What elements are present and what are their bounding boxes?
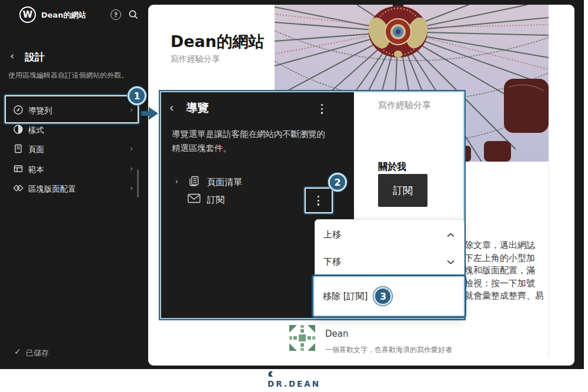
author-bio: 一個喜歡文字，也喜歡海浪的寫作愛好者 [325, 345, 452, 355]
brand-label: DR.DEAN [268, 379, 320, 388]
search-icon[interactable] [128, 9, 139, 23]
brand-watermark: DR.DEAN [268, 370, 320, 388]
move-down-label: 下移 [323, 256, 341, 267]
preview-site-tagline: 寫作經驗分享 [171, 54, 220, 65]
chevron-down-icon [447, 256, 455, 267]
check-icon: ✓ [14, 347, 21, 356]
preview-column-heading: 寫作經驗分享 [378, 100, 431, 111]
design-title: 設計 [25, 51, 45, 64]
clipped-line: 除文章，邁出網誌 [465, 239, 549, 252]
chevron-right-icon: › [130, 184, 133, 192]
site-name: Dean的網站 [41, 10, 86, 21]
clipped-line: 檢視：按一下加號 [465, 277, 549, 290]
step1-arrow-icon [141, 107, 159, 122]
step1-badge: 1 [128, 86, 146, 105]
menu-item-subscribe[interactable]: 訂閱 [207, 195, 225, 206]
design-description: 使用區塊編輯器自訂這個網站的外觀。 [8, 71, 128, 81]
pages-icon [13, 143, 24, 156]
clipped-line: 塊和版面配置，滿 [465, 264, 549, 277]
step1-highlight-box [5, 95, 139, 123]
saved-status: 已儲存 [26, 348, 49, 359]
clipped-line: 下左上角的小型加 [465, 252, 549, 265]
sidebar-scrollbar[interactable] [137, 169, 139, 197]
templates-icon [13, 163, 24, 176]
menu-item-remove-subscribe[interactable]: 移除 [訂閱] 3 [313, 276, 465, 316]
site-preview-canvas: Dean的網站 寫作經驗分享 [148, 5, 574, 366]
menu-item-page-list[interactable]: 頁面清單 [207, 177, 242, 188]
menu-item-move-up[interactable]: 上移 [315, 221, 464, 248]
subscribe-button[interactable]: 訂閱 [378, 174, 427, 207]
sidebar-item-styles[interactable]: 樣式 [28, 125, 44, 136]
chevron-right-icon: › [130, 165, 133, 172]
remove-label: 移除 [訂閱] [323, 291, 368, 302]
about-heading: 關於我 [378, 161, 406, 173]
patterns-icon [13, 183, 24, 196]
styles-icon [13, 124, 24, 137]
clipped-paragraph: 除文章，邁出網誌 下左上角的小型加 塊和版面配置，滿 檢視：按一下加號 就會彙整… [465, 239, 549, 303]
step2-badge: 2 [328, 173, 347, 192]
author-name: Dean [325, 329, 348, 339]
preview-site-title: Dean的網站 [171, 31, 264, 52]
seahorse-icon [268, 370, 275, 379]
sidebar-item-templates[interactable]: 範本 [28, 165, 44, 175]
author-avatar [289, 325, 315, 351]
move-up-label: 上移 [323, 229, 341, 240]
site-editor-window: W Dean的網站 ? ‹ 設計 使用區塊編輯器自訂這個網站的外觀。 導覽列 ›… [0, 0, 584, 369]
step3-badge: 3 [373, 287, 392, 306]
chevron-up-icon [447, 229, 455, 240]
panel-description: 導覽選單是讓訪客能在網站內不斷瀏覽的 精選區塊套件。 [172, 127, 342, 155]
wordpress-logo-icon[interactable]: W [19, 6, 36, 23]
mail-icon [188, 193, 201, 206]
menu-item-move-down[interactable]: 下移 [315, 248, 464, 275]
page-list-icon [188, 175, 200, 189]
panel-title: 導覽 [186, 100, 209, 116]
clipped-line: 就會彙整成整齊、易 [465, 290, 549, 303]
chevron-right-icon: › [130, 145, 133, 152]
panel-back-icon[interactable]: ‹ [169, 101, 174, 114]
design-back-icon[interactable]: ‹ [10, 49, 14, 62]
panel-options-kebab-icon[interactable] [321, 104, 323, 114]
expander-icon[interactable]: › [175, 177, 178, 186]
sidebar-item-patterns[interactable]: 區塊版面配置 [28, 184, 76, 195]
sidebar-item-pages[interactable]: 頁面 [28, 145, 44, 155]
help-icon[interactable]: ? [111, 9, 121, 20]
subscribe-options-kebab-icon[interactable] [318, 196, 319, 206]
